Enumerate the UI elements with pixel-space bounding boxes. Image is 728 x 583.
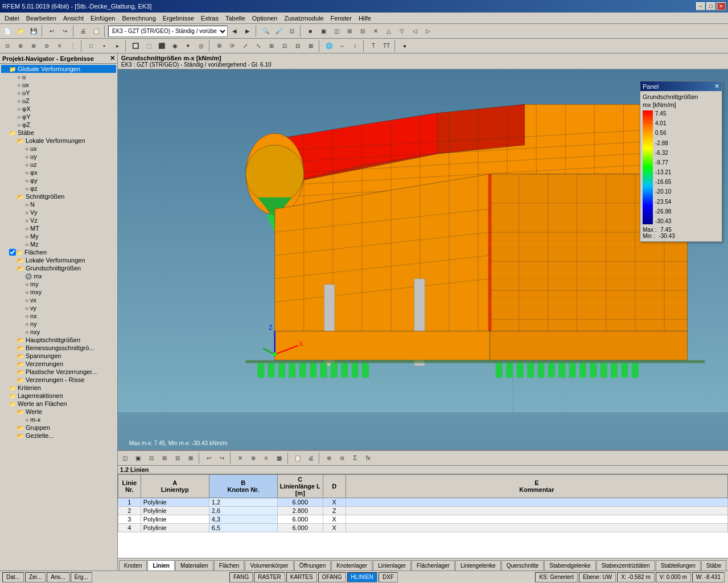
copy-btn[interactable]: 📋 xyxy=(90,25,102,38)
menu-ergebnisse[interactable]: Ergebnisse xyxy=(159,14,198,23)
sidebar-item-32[interactable]: ○ny xyxy=(1,320,116,328)
tb2-b7[interactable]: □ xyxy=(85,40,97,52)
tab-volumenkoerper[interactable]: Volumenkörper xyxy=(245,560,293,570)
bt3[interactable]: ⊡ xyxy=(145,452,158,465)
bt6[interactable]: ⊠ xyxy=(184,452,197,465)
tab-knotenlager[interactable]: Knotenlager xyxy=(331,560,372,570)
bt4[interactable]: ⊞ xyxy=(158,452,171,465)
status-ofang[interactable]: OFANG xyxy=(318,572,346,582)
sidebar-item-30[interactable]: ○vy xyxy=(1,304,116,312)
checkbox-23[interactable] xyxy=(9,249,16,256)
tab-querschnitte[interactable]: Querschnitte xyxy=(501,560,544,570)
menu-optionen[interactable]: Optionen xyxy=(249,14,281,23)
tb2-b19[interactable]: ⤡ xyxy=(252,40,265,52)
tb1-b1[interactable]: ■ xyxy=(304,25,316,38)
sidebar-item-12[interactable]: ○uz xyxy=(1,161,116,169)
sidebar-item-46[interactable]: 📂Gezielte... xyxy=(1,432,116,440)
sidebar-item-43[interactable]: 📂Werte xyxy=(1,408,116,416)
tb2-b4[interactable]: ⊘ xyxy=(40,40,53,52)
tb1-b8[interactable]: ▽ xyxy=(396,25,408,38)
tab-knoten[interactable]: Knoten xyxy=(119,560,147,570)
sidebar-item-41[interactable]: 📁Lagerreaktionen xyxy=(1,392,116,400)
redo-btn[interactable]: ↪ xyxy=(59,25,71,38)
bottom-table-container[interactable]: LinieNr. ALinientyp BKnoten Nr. CLinienl… xyxy=(118,474,728,558)
bt15[interactable]: ⊕ xyxy=(323,452,335,465)
tb2-b28[interactable]: TT xyxy=(380,40,393,52)
sidebar-item-26[interactable]: 🔘mx xyxy=(1,272,116,280)
panel-close-btn[interactable]: ✕ xyxy=(714,83,719,90)
sidebar-item-36[interactable]: 📂Spannungen xyxy=(1,352,116,360)
tb1-b7[interactable]: △ xyxy=(382,25,395,38)
sidebar-item-7[interactable]: ○φZ xyxy=(1,121,116,129)
tab-flaechen[interactable]: Flächen xyxy=(214,560,245,570)
undo-btn[interactable]: ↩ xyxy=(46,25,58,38)
tb1-b9[interactable]: ◁ xyxy=(409,25,421,38)
titlebar-close[interactable]: ✕ xyxy=(717,2,726,10)
status-dat[interactable]: Dat... xyxy=(2,572,24,582)
sidebar-item-45[interactable]: 📂Gruppen xyxy=(1,424,116,432)
status-dxf[interactable]: DXF xyxy=(379,572,398,582)
tb2-b5[interactable]: ≡ xyxy=(54,40,66,52)
tb2-b3[interactable]: ⊗ xyxy=(27,40,40,52)
viewport-3d[interactable]: X Z Panel ✕ xyxy=(118,69,728,450)
tab-stabexzentrizitaeten[interactable]: Stabexzentrizitäten xyxy=(597,560,655,570)
tab-linienlager[interactable]: Linienlager xyxy=(373,560,411,570)
menu-datei[interactable]: Datei xyxy=(1,14,23,23)
tb2-b29[interactable]: ● xyxy=(398,40,411,52)
bt14[interactable]: 🖨 xyxy=(305,452,317,465)
tab-materialien[interactable]: Materialien xyxy=(175,560,213,570)
tb2-b16[interactable]: ⚙ xyxy=(213,40,225,52)
new-btn[interactable]: 📄 xyxy=(1,25,14,38)
sidebar-item-10[interactable]: ○ux xyxy=(1,145,116,153)
tb2-b22[interactable]: ⊟ xyxy=(291,40,304,52)
tb1-b3[interactable]: ◫ xyxy=(330,25,343,38)
tab-flaechenlager[interactable]: Flächenlager xyxy=(412,560,455,570)
bt13[interactable]: 📋 xyxy=(291,452,304,465)
open-btn[interactable]: 📁 xyxy=(14,25,27,38)
sidebar-item-8[interactable]: 📁Stäbe xyxy=(1,129,116,137)
tab-linien[interactable]: Linien xyxy=(147,560,174,570)
table-row[interactable]: 4 Polylinie 6,5 6.000 X xyxy=(118,524,727,532)
tb2-b20[interactable]: ⊞ xyxy=(265,40,278,52)
menu-bearbeiten[interactable]: Bearbeiten xyxy=(23,14,60,23)
prev-btn[interactable]: ◀ xyxy=(228,25,241,38)
status-kartes[interactable]: KARTES xyxy=(286,572,317,582)
tb2-b27[interactable]: T xyxy=(367,40,380,52)
sidebar-item-25[interactable]: 📂Grundschnittgrößen xyxy=(1,264,116,272)
sidebar-item-44[interactable]: ○m-x xyxy=(1,416,116,424)
sidebar-item-9[interactable]: 📂Lokale Verformungen xyxy=(1,137,116,145)
bt17[interactable]: Σ xyxy=(349,452,361,465)
bt11[interactable]: ≡ xyxy=(260,452,273,465)
sidebar-item-22[interactable]: ○Mz xyxy=(1,240,116,248)
menu-einfuegen[interactable]: Einfügen xyxy=(87,14,118,23)
print-btn[interactable]: 🖨 xyxy=(77,25,89,38)
sidebar-item-6[interactable]: ○φY xyxy=(1,113,116,121)
sidebar-item-34[interactable]: 📂Hauptschnittgrößen xyxy=(1,336,116,344)
sidebar-item-40[interactable]: 📁Kriterien xyxy=(1,384,116,392)
sidebar-item-16[interactable]: 📂Schnittgrößen xyxy=(1,192,116,200)
tb1-b2[interactable]: ▣ xyxy=(317,25,330,38)
sidebar-item-1[interactable]: ○u xyxy=(1,73,116,81)
bt18[interactable]: fx xyxy=(362,452,375,465)
sidebar-item-2[interactable]: ○ux xyxy=(1,81,116,89)
bt7[interactable]: ↩ xyxy=(203,452,215,465)
table-row[interactable]: 1 Polylinie 1,2 6.000 X xyxy=(118,498,727,507)
sidebar-item-17[interactable]: ○N xyxy=(1,200,116,208)
titlebar-minimize[interactable]: − xyxy=(696,2,705,10)
tb2-b12[interactable]: ⬛ xyxy=(155,40,168,52)
sidebar-item-37[interactable]: 📂Verzerrungen xyxy=(1,360,116,368)
sidebar-item-31[interactable]: ○nx xyxy=(1,312,116,320)
sidebar-close[interactable]: ✕ xyxy=(110,55,115,62)
zoom-in[interactable]: 🔍 xyxy=(260,25,272,38)
next-btn[interactable]: ▶ xyxy=(241,25,254,38)
sidebar-item-29[interactable]: ○vx xyxy=(1,296,116,304)
sidebar-item-4[interactable]: ○uZ xyxy=(1,97,116,105)
tb2-b11[interactable]: ⬚ xyxy=(142,40,155,52)
bt2[interactable]: ▣ xyxy=(132,452,145,465)
tb2-b25[interactable]: ↔ xyxy=(336,40,348,52)
table-row[interactable]: 2 Polylinie 2,6 2.800 Z xyxy=(118,507,727,515)
bt16[interactable]: ⊖ xyxy=(336,452,348,465)
sidebar-item-5[interactable]: ○φX xyxy=(1,105,116,113)
sidebar-item-21[interactable]: ○My xyxy=(1,232,116,240)
tab-liniengelenke[interactable]: Liniengelenke xyxy=(455,560,501,570)
